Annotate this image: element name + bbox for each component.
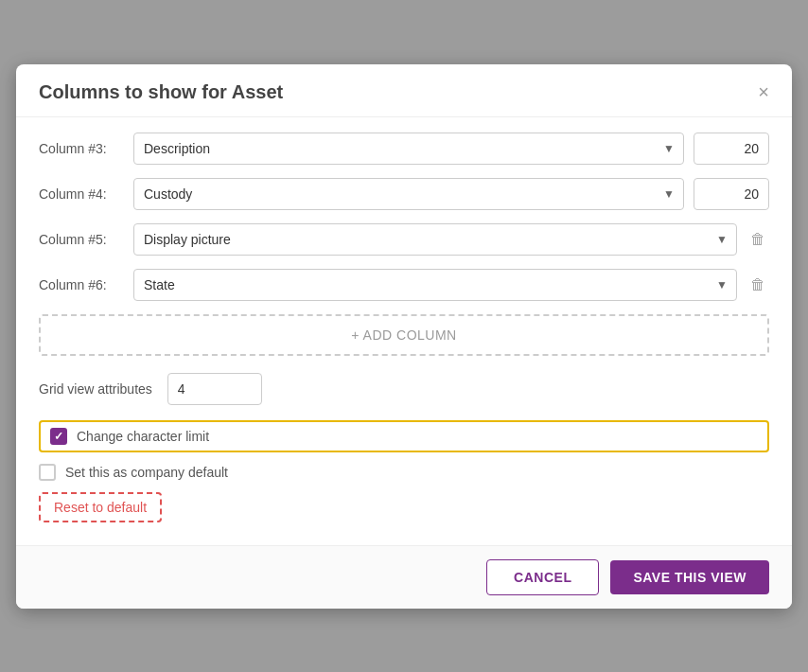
modal-header: Columns to show for Asset × bbox=[16, 64, 792, 117]
delete-column-6-button[interactable]: 🗑 bbox=[747, 273, 769, 297]
modal-body: Column #3:DescriptionCustodyDisplay pict… bbox=[16, 117, 792, 545]
modal-overlay: Columns to show for Asset × Column #3:De… bbox=[0, 0, 808, 672]
column-6-label: Column #6: bbox=[39, 277, 124, 292]
checkbox-row-1: Set this as company default bbox=[39, 464, 769, 481]
column-4-select-wrapper: DescriptionCustodyDisplay pictureStateNa… bbox=[133, 178, 684, 210]
column-row: Column #3:DescriptionCustodyDisplay pict… bbox=[39, 133, 769, 165]
add-column-button[interactable]: + ADD COLUMN bbox=[39, 314, 769, 356]
column-5-label: Column #5: bbox=[39, 232, 124, 247]
columns-container: Column #3:DescriptionCustodyDisplay pict… bbox=[39, 133, 769, 301]
column-5-select[interactable]: DescriptionCustodyDisplay pictureStateNa… bbox=[133, 223, 737, 256]
save-button[interactable]: SAVE THIS VIEW bbox=[610, 560, 769, 594]
modal-dialog: Columns to show for Asset × Column #3:De… bbox=[16, 64, 792, 609]
close-button[interactable]: × bbox=[758, 82, 769, 101]
grid-view-input[interactable] bbox=[167, 373, 262, 405]
checkbox-row-highlighted-0: Change character limit bbox=[39, 420, 769, 452]
modal-footer: CANCEL SAVE THIS VIEW bbox=[16, 545, 792, 609]
grid-view-row: Grid view attributes bbox=[39, 373, 769, 405]
cancel-button[interactable]: CANCEL bbox=[486, 559, 599, 595]
column-5-select-wrapper: DescriptionCustodyDisplay pictureStateNa… bbox=[133, 223, 737, 256]
column-row: Column #4:DescriptionCustodyDisplay pict… bbox=[39, 178, 769, 210]
modal-title: Columns to show for Asset bbox=[39, 81, 283, 103]
grid-view-label: Grid view attributes bbox=[39, 381, 152, 397]
column-4-label: Column #4: bbox=[39, 186, 124, 202]
column-3-width-input[interactable] bbox=[694, 133, 769, 165]
checkbox-chk1[interactable] bbox=[50, 428, 67, 445]
checkbox-chk2[interactable] bbox=[39, 464, 56, 481]
checkbox-label-chk2: Set this as company default bbox=[65, 465, 228, 480]
column-3-select[interactable]: DescriptionCustodyDisplay pictureStateNa… bbox=[133, 133, 684, 165]
delete-column-5-button[interactable]: 🗑 bbox=[747, 227, 769, 252]
column-row: Column #6:DescriptionCustodyDisplay pict… bbox=[39, 269, 769, 301]
column-4-select[interactable]: DescriptionCustodyDisplay pictureStateNa… bbox=[133, 178, 684, 210]
checkboxes-container: Change character limitSet this as compan… bbox=[39, 420, 769, 481]
reset-button[interactable]: Reset to default bbox=[39, 492, 162, 522]
checkbox-label-chk1: Change character limit bbox=[77, 429, 209, 444]
column-3-label: Column #3: bbox=[39, 141, 124, 156]
column-4-width-input[interactable] bbox=[694, 178, 769, 210]
column-row: Column #5:DescriptionCustodyDisplay pict… bbox=[39, 223, 769, 256]
column-3-select-wrapper: DescriptionCustodyDisplay pictureStateNa… bbox=[133, 133, 684, 165]
column-6-select-wrapper: DescriptionCustodyDisplay pictureStateNa… bbox=[133, 269, 737, 301]
column-6-select[interactable]: DescriptionCustodyDisplay pictureStateNa… bbox=[133, 269, 737, 301]
